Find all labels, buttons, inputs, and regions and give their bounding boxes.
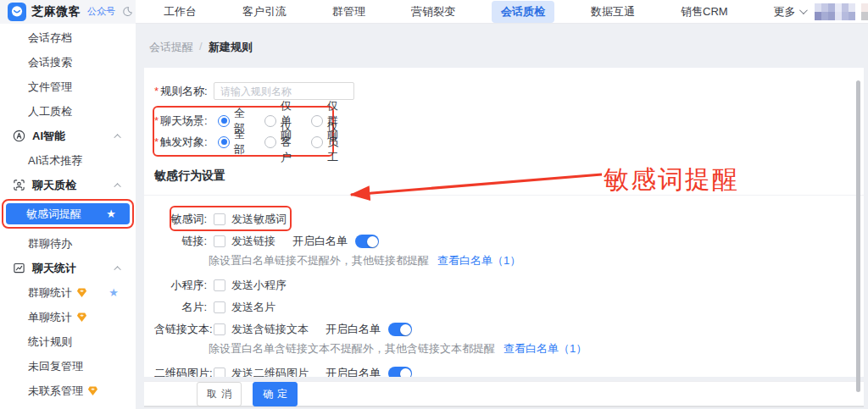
collapse-caret-icon[interactable]	[114, 266, 120, 273]
behavior-row-小程序: 小程序:发送小程序	[154, 274, 864, 296]
behavior-label: 含链接文本:	[154, 322, 207, 337]
checkbox-unchecked[interactable]	[214, 368, 225, 377]
checkbox-label: 发送链接	[231, 234, 275, 249]
trigger-target-option-仅员工[interactable]: 仅员工	[307, 119, 338, 165]
sidebar-item-文件管理[interactable]: 文件管理	[0, 75, 136, 99]
whitelist-control: 开启白名单	[326, 366, 412, 377]
checkbox-unchecked[interactable]	[214, 235, 225, 247]
favorite-star-icon[interactable]: ★	[106, 208, 116, 219]
whitelist-toggle-on[interactable]	[388, 323, 412, 336]
mosaic-block	[815, 3, 821, 12]
radio-unselected[interactable]	[311, 115, 323, 127]
confirm-button[interactable]: 确定	[253, 382, 298, 406]
nav-item-label: 营销裂变	[411, 4, 455, 19]
sidebar: 会话存档会话搜索文件管理人工质检AI智能AI话术推荐聊天质检敏感词提醒★群聊待办…	[0, 24, 136, 409]
avatar-blurred	[815, 3, 855, 20]
sidebar-selected-highlight-box: 敏感词提醒★	[2, 199, 134, 229]
behavior-label: 名片:	[154, 300, 207, 315]
behavior-row-含链接文本: 含链接文本:发送含链接文本开启白名单	[154, 318, 864, 340]
collapse-caret-icon[interactable]	[114, 134, 120, 141]
sidebar-item-未联系管理[interactable]: 未联系管理	[0, 379, 136, 403]
dark-mode-moon-icon[interactable]	[122, 6, 133, 17]
ai-icon	[13, 130, 25, 142]
sidebar-item-label: 聊天统计	[32, 261, 76, 276]
radio-unselected[interactable]	[311, 136, 323, 148]
checkbox-unchecked[interactable]	[214, 323, 225, 335]
behavior-row-链接: 链接:发送链接开启白名单	[154, 230, 864, 252]
favorite-star-icon[interactable]: ★	[108, 287, 119, 298]
mosaic-block	[835, 12, 842, 20]
checkbox-label: 发送二维码图片	[231, 366, 309, 377]
collapse-caret-icon[interactable]	[114, 183, 120, 190]
cancel-button[interactable]: 取消	[197, 382, 242, 406]
nav-item-1[interactable]: 工作台	[154, 1, 206, 23]
sidebar-item-label: 会话存档	[28, 30, 72, 46]
sidebar-section-AI智能[interactable]: AI智能	[0, 124, 136, 148]
vip-gem-icon	[72, 312, 87, 323]
view-whitelist-link[interactable]: 查看白名单（1）	[437, 253, 520, 268]
main-nav: 工作台客户引流群管理营销裂变会话质检数据互通销售CRM更多	[154, 1, 815, 23]
brand-zone: 芝麻微客 公众号	[0, 0, 136, 24]
app-logo-icon	[8, 3, 26, 21]
radio-unselected[interactable]	[264, 136, 276, 148]
trigger-target-option-全部[interactable]: 全部	[214, 119, 245, 165]
breadcrumb-parent[interactable]: 会话提醒	[149, 40, 193, 55]
sidebar-item-会话存档[interactable]: 会话存档	[0, 25, 136, 50]
sidebar-item-群聊统计[interactable]: 群聊统计★	[0, 280, 136, 305]
behavior-row-二维码图片: 二维码图片:发送二维码图片开启白名单	[154, 362, 864, 377]
note-text: 除设置白名单链接不提醒外，其他链接都提醒	[209, 253, 429, 268]
whitelist-note: 除设置白名单链接不提醒外，其他链接都提醒查看白名单（1）	[209, 252, 864, 268]
sidebar-item-label: AI智能	[32, 129, 65, 144]
whitelist-toggle-on[interactable]	[355, 235, 379, 248]
trigger-target-option-仅客户[interactable]: 仅客户	[260, 119, 292, 165]
breadcrumb-current: 新建规则	[209, 40, 253, 55]
vertical-scrollbar-thumb[interactable]	[856, 80, 860, 392]
sidebar-section-聊天统计[interactable]: 聊天统计	[0, 256, 136, 280]
account-area[interactable]	[815, 3, 868, 20]
sidebar-item-label: 人工质检	[28, 104, 72, 119]
sidebar-item-label: 群聊待办	[28, 236, 72, 251]
radio-unselected[interactable]	[264, 115, 276, 127]
nav-item-4[interactable]: 营销裂变	[402, 1, 465, 23]
sidebar-item-label: 统计规则	[28, 334, 72, 350]
checkbox-label: 发送名片	[231, 300, 275, 315]
official-account-badge: 公众号	[87, 5, 115, 18]
nav-item-3[interactable]: 群管理	[323, 1, 375, 23]
radio-selected[interactable]	[218, 115, 230, 127]
view-whitelist-link[interactable]: 查看白名单（1）	[504, 341, 587, 356]
radio-label: 全部	[234, 127, 245, 158]
checkbox-unchecked[interactable]	[214, 279, 225, 291]
sidebar-section-聊天质检[interactable]: 聊天质检	[0, 173, 136, 197]
sidebar-item-会话搜索[interactable]: 会话搜索	[0, 50, 136, 75]
trigger-target-label: *触发对象:	[154, 135, 207, 150]
sidebar-item-人工质检[interactable]: 人工质检	[0, 99, 136, 124]
mosaic-block	[815, 12, 821, 20]
sidebar-item-AI话术推荐[interactable]: AI话术推荐	[0, 148, 136, 173]
sidebar-item-未回复管理[interactable]: 未回复管理	[0, 354, 136, 379]
sensitive-behavior-section-title: 敏感行为设置	[154, 169, 864, 184]
checkbox-unchecked[interactable]	[214, 213, 225, 225]
sidebar-item-label: 单聊统计	[28, 310, 72, 325]
sidebar-item-敏感词提醒[interactable]: 敏感词提醒★	[6, 203, 130, 224]
mosaic-block	[861, 3, 868, 12]
mosaic-block	[821, 3, 828, 12]
whitelist-control: 开启白名单	[326, 322, 412, 337]
nav-item-2[interactable]: 客户引流	[233, 1, 296, 23]
checkbox-unchecked[interactable]	[214, 301, 225, 313]
whitelist-toggle-on[interactable]	[388, 367, 412, 377]
whitelist-control: 开启白名单	[292, 234, 379, 249]
sidebar-item-单聊统计[interactable]: 单聊统计	[0, 305, 136, 329]
nav-item-7[interactable]: 销售CRM	[671, 1, 737, 23]
trigger-target-row: *触发对象: 全部仅客户仅员工	[154, 131, 332, 152]
whitelist-label: 开启白名单	[292, 234, 348, 249]
nav-item-5[interactable]: 会话质检	[492, 1, 554, 23]
radio-selected[interactable]	[218, 136, 230, 148]
nav-item-8[interactable]: 更多	[765, 1, 815, 23]
sidebar-item-群聊待办[interactable]: 群聊待办	[0, 231, 136, 256]
nav-item-6[interactable]: 数据互通	[581, 1, 644, 23]
behavior-settings: 敏感词:发送敏感词链接:发送链接开启白名单除设置白名单链接不提醒外，其他链接都提…	[144, 208, 864, 377]
annotation-text: 敏感词提醒	[604, 163, 739, 197]
nav-item-label: 群管理	[332, 4, 365, 19]
nav-item-label: 销售CRM	[681, 4, 728, 19]
sidebar-item-统计规则[interactable]: 统计规则	[0, 329, 136, 354]
